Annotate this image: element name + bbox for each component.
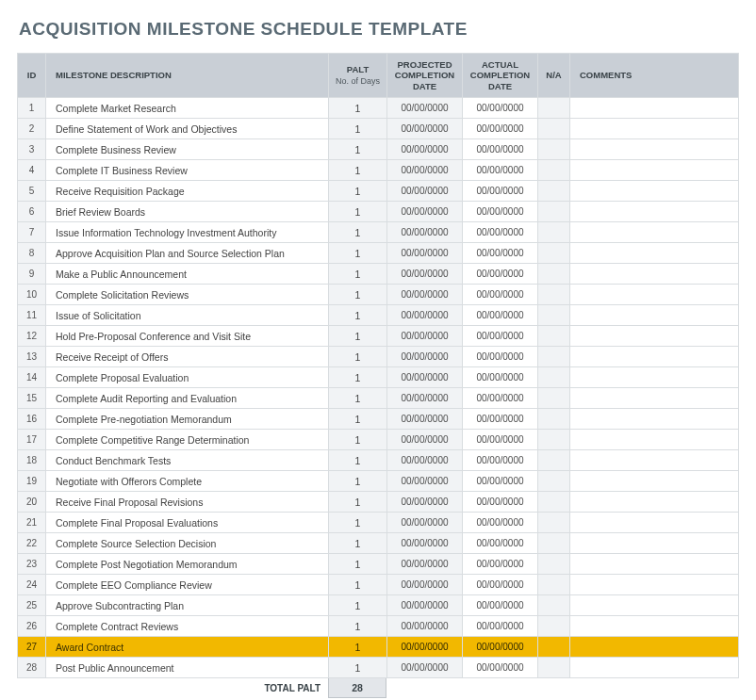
table-row: 19Negotiate with Offerors Complete100/00… — [18, 471, 739, 492]
cell-comm — [570, 430, 739, 450]
cell-proj: 00/00/0000 — [387, 243, 463, 264]
cell-na — [538, 202, 570, 222]
cell-palt: 1 — [329, 637, 387, 658]
table-row: 7Issue Information Technology Investment… — [18, 222, 739, 243]
cell-proj: 00/00/0000 — [387, 264, 463, 285]
table-row: 12Hold Pre-Proposal Conference and Visit… — [18, 326, 739, 347]
cell-na — [538, 367, 570, 388]
cell-act: 00/00/0000 — [463, 119, 538, 139]
cell-desc: Award Contract — [46, 637, 329, 658]
cell-desc: Receive Requisition Package — [46, 181, 329, 202]
cell-proj: 00/00/0000 — [387, 492, 463, 513]
cell-na — [538, 595, 570, 616]
cell-desc: Issue of Solicitation — [46, 305, 329, 326]
cell-id: 24 — [18, 575, 46, 595]
cell-na — [538, 533, 570, 554]
cell-act: 00/00/0000 — [463, 305, 538, 326]
cell-act: 00/00/0000 — [463, 243, 538, 264]
cell-comm — [570, 305, 739, 326]
milestone-table: ID MILESTONE DESCRIPTION PALT No. of Day… — [17, 53, 739, 678]
cell-na — [538, 637, 570, 658]
table-row: 11Issue of Solicitation100/00/000000/00/… — [18, 305, 739, 326]
cell-desc: Complete Solicitation Reviews — [46, 285, 329, 305]
table-row: 27Award Contract100/00/000000/00/0000 — [18, 637, 739, 658]
cell-palt: 1 — [329, 243, 387, 264]
cell-desc: Complete Competitive Range Determination — [46, 430, 329, 450]
cell-na — [538, 616, 570, 637]
cell-palt: 1 — [329, 430, 387, 450]
cell-act: 00/00/0000 — [463, 222, 538, 243]
cell-palt: 1 — [329, 181, 387, 202]
cell-na — [538, 119, 570, 139]
cell-act: 00/00/0000 — [463, 326, 538, 347]
cell-palt: 1 — [329, 222, 387, 243]
cell-comm — [570, 595, 739, 616]
cell-na — [538, 264, 570, 285]
cell-comm — [570, 450, 739, 471]
cell-proj: 00/00/0000 — [387, 347, 463, 367]
cell-proj: 00/00/0000 — [387, 637, 463, 658]
cell-desc: Complete Post Negotiation Memorandum — [46, 554, 329, 575]
cell-palt: 1 — [329, 347, 387, 367]
table-row: 5Receive Requisition Package100/00/00000… — [18, 181, 739, 202]
cell-proj: 00/00/0000 — [387, 367, 463, 388]
cell-palt: 1 — [329, 575, 387, 595]
cell-act: 00/00/0000 — [463, 658, 538, 678]
col-header-desc: MILESTONE DESCRIPTION — [46, 54, 329, 98]
cell-desc: Complete Pre-negotiation Memorandum — [46, 409, 329, 430]
cell-act: 00/00/0000 — [463, 181, 538, 202]
cell-act: 00/00/0000 — [463, 264, 538, 285]
cell-desc: Approve Acquisition Plan and Source Sele… — [46, 243, 329, 264]
cell-palt: 1 — [329, 119, 387, 139]
cell-id: 27 — [18, 637, 46, 658]
cell-act: 00/00/0000 — [463, 554, 538, 575]
cell-id: 17 — [18, 430, 46, 450]
cell-id: 25 — [18, 595, 46, 616]
total-palt-value: 28 — [328, 678, 386, 698]
table-row: 17Complete Competitive Range Determinati… — [18, 430, 739, 450]
cell-act: 00/00/0000 — [463, 160, 538, 181]
cell-act: 00/00/0000 — [463, 347, 538, 367]
cell-desc: Complete Final Proposal Evaluations — [46, 513, 329, 533]
cell-proj: 00/00/0000 — [387, 222, 463, 243]
cell-act: 00/00/0000 — [463, 513, 538, 533]
cell-id: 26 — [18, 616, 46, 637]
totals-row: TOTAL PALT 28 — [17, 678, 739, 698]
cell-id: 9 — [18, 264, 46, 285]
cell-act: 00/00/0000 — [463, 430, 538, 450]
cell-comm — [570, 160, 739, 181]
cell-desc: Complete Market Research — [46, 98, 329, 119]
cell-id: 4 — [18, 160, 46, 181]
col-header-proj: PROJECTED COMPLETION DATE — [387, 54, 463, 98]
cell-palt: 1 — [329, 492, 387, 513]
cell-act: 00/00/0000 — [463, 575, 538, 595]
table-row: 15Complete Audit Reporting and Evaluatio… — [18, 388, 739, 409]
cell-proj: 00/00/0000 — [387, 305, 463, 326]
cell-palt: 1 — [329, 285, 387, 305]
cell-palt: 1 — [329, 533, 387, 554]
cell-comm — [570, 616, 739, 637]
table-row: 28Post Public Announcement100/00/000000/… — [18, 658, 739, 678]
table-row: 26Complete Contract Reviews100/00/000000… — [18, 616, 739, 637]
cell-act: 00/00/0000 — [463, 637, 538, 658]
cell-proj: 00/00/0000 — [387, 575, 463, 595]
col-header-palt: PALT No. of Days — [329, 54, 387, 98]
cell-palt: 1 — [329, 160, 387, 181]
cell-id: 10 — [18, 285, 46, 305]
cell-na — [538, 554, 570, 575]
cell-na — [538, 513, 570, 533]
table-row: 18Conduct Benchmark Tests100/00/000000/0… — [18, 450, 739, 471]
cell-desc: Approve Subcontracting Plan — [46, 595, 329, 616]
cell-comm — [570, 513, 739, 533]
cell-desc: Complete EEO Compliance Review — [46, 575, 329, 595]
cell-comm — [570, 285, 739, 305]
cell-act: 00/00/0000 — [463, 285, 538, 305]
cell-palt: 1 — [329, 98, 387, 119]
col-header-act: ACTUAL COMPLETION DATE — [463, 54, 538, 98]
cell-proj: 00/00/0000 — [387, 409, 463, 430]
cell-act: 00/00/0000 — [463, 202, 538, 222]
table-row: 14Complete Proposal Evaluation100/00/000… — [18, 367, 739, 388]
cell-comm — [570, 533, 739, 554]
cell-na — [538, 285, 570, 305]
cell-comm — [570, 326, 739, 347]
